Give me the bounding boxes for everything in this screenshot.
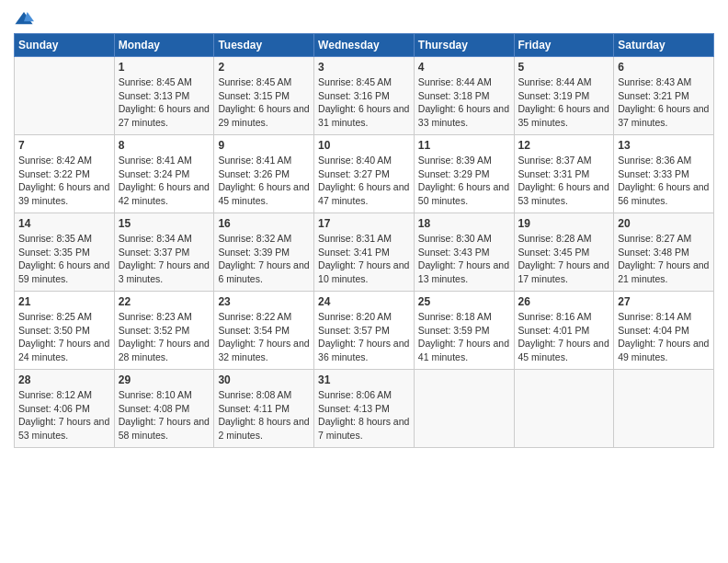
day-number: 12 (518, 139, 610, 152)
daylight: Daylight: 7 hours and 28 minutes. (119, 337, 210, 363)
day-number: 27 (618, 295, 710, 308)
calendar-header-row: SundayMondayTuesdayWednesdayThursdayFrid… (15, 34, 714, 57)
daylight: Daylight: 7 hours and 53 minutes. (18, 415, 110, 442)
day-number: 19 (518, 217, 610, 230)
week-row-5: 28Sunrise: 8:12 AMSunset: 4:06 PMDayligh… (15, 370, 714, 448)
day-cell: 28Sunrise: 8:12 AMSunset: 4:06 PMDayligh… (15, 370, 115, 448)
day-cell: 22Sunrise: 8:23 AMSunset: 3:52 PMDayligh… (114, 292, 214, 370)
sunrise: Sunrise: 8:40 AM (318, 154, 410, 167)
sunrise: Sunrise: 8:45 AM (218, 75, 310, 89)
day-cell: 13Sunrise: 8:36 AMSunset: 3:33 PMDayligh… (614, 135, 714, 213)
logo-icon (14, 9, 34, 29)
sunset: Sunset: 3:43 PM (418, 246, 510, 259)
daylight: Daylight: 7 hours and 36 minutes. (318, 337, 410, 363)
daylight: Daylight: 6 hours and 35 minutes. (518, 102, 610, 129)
sunset: Sunset: 3:21 PM (618, 89, 710, 103)
sunrise: Sunrise: 8:37 AM (518, 154, 610, 167)
day-number: 17 (318, 217, 410, 230)
day-number: 30 (218, 373, 310, 386)
day-cell: 24Sunrise: 8:20 AMSunset: 3:57 PMDayligh… (314, 292, 415, 370)
sunset: Sunset: 3:52 PM (119, 324, 210, 338)
sunset: Sunset: 3:37 PM (119, 246, 210, 259)
day-number: 16 (218, 217, 310, 230)
daylight: Daylight: 6 hours and 47 minutes. (318, 180, 410, 207)
day-cell: 7Sunrise: 8:42 AMSunset: 3:22 PMDaylight… (15, 135, 115, 213)
day-cell (614, 370, 714, 448)
daylight: Daylight: 8 hours and 2 minutes. (218, 415, 310, 442)
daylight: Daylight: 6 hours and 45 minutes. (218, 180, 310, 207)
daylight: Daylight: 7 hours and 41 minutes. (418, 337, 510, 363)
daylight: Daylight: 6 hours and 31 minutes. (318, 102, 410, 129)
sunrise: Sunrise: 8:41 AM (119, 154, 210, 167)
day-number: 13 (618, 139, 710, 152)
day-cell (414, 370, 514, 448)
sunset: Sunset: 3:22 PM (18, 167, 110, 181)
day-number: 6 (618, 61, 710, 74)
day-number: 21 (18, 295, 110, 308)
sunset: Sunset: 3:39 PM (218, 246, 310, 259)
sunrise: Sunrise: 8:45 AM (318, 75, 410, 89)
day-number: 24 (318, 295, 410, 308)
sunrise: Sunrise: 8:16 AM (518, 310, 610, 324)
sunrise: Sunrise: 8:12 AM (18, 388, 110, 402)
logo (14, 9, 37, 29)
day-number: 22 (119, 295, 210, 308)
day-cell: 30Sunrise: 8:08 AMSunset: 4:11 PMDayligh… (214, 370, 314, 448)
sunset: Sunset: 3:35 PM (18, 246, 110, 259)
daylight: Daylight: 7 hours and 3 minutes. (119, 259, 210, 285)
sunset: Sunset: 3:59 PM (418, 324, 510, 338)
week-row-1: 1Sunrise: 8:45 AMSunset: 3:13 PMDaylight… (15, 57, 714, 135)
day-cell: 15Sunrise: 8:34 AMSunset: 3:37 PMDayligh… (114, 213, 214, 292)
sunrise: Sunrise: 8:08 AM (218, 388, 310, 402)
day-cell: 8Sunrise: 8:41 AMSunset: 3:24 PMDaylight… (114, 135, 214, 213)
sunset: Sunset: 3:45 PM (518, 246, 610, 259)
sunrise: Sunrise: 8:35 AM (18, 232, 110, 246)
sunset: Sunset: 3:57 PM (318, 324, 410, 338)
sunrise: Sunrise: 8:44 AM (518, 75, 610, 89)
day-cell: 11Sunrise: 8:39 AMSunset: 3:29 PMDayligh… (414, 135, 514, 213)
sunrise: Sunrise: 8:23 AM (119, 310, 210, 324)
sunset: Sunset: 3:41 PM (318, 246, 410, 259)
day-cell (514, 370, 614, 448)
day-cell: 16Sunrise: 8:32 AMSunset: 3:39 PMDayligh… (214, 213, 314, 292)
sunset: Sunset: 4:11 PM (218, 402, 310, 416)
sunset: Sunset: 3:18 PM (418, 89, 510, 103)
sunset: Sunset: 3:50 PM (18, 324, 110, 338)
sunrise: Sunrise: 8:14 AM (618, 310, 710, 324)
week-row-3: 14Sunrise: 8:35 AMSunset: 3:35 PMDayligh… (15, 213, 714, 292)
sunset: Sunset: 4:13 PM (318, 402, 410, 416)
day-cell: 21Sunrise: 8:25 AMSunset: 3:50 PMDayligh… (15, 292, 115, 370)
daylight: Daylight: 6 hours and 39 minutes. (18, 180, 110, 207)
sunset: Sunset: 3:24 PM (119, 167, 210, 181)
daylight: Daylight: 7 hours and 58 minutes. (119, 415, 210, 442)
sunset: Sunset: 3:15 PM (218, 89, 310, 103)
sunset: Sunset: 3:33 PM (618, 167, 710, 181)
day-number: 4 (418, 61, 510, 74)
day-cell: 10Sunrise: 8:40 AMSunset: 3:27 PMDayligh… (314, 135, 415, 213)
sunrise: Sunrise: 8:06 AM (318, 388, 410, 402)
daylight: Daylight: 6 hours and 37 minutes. (618, 102, 710, 129)
day-number: 26 (518, 295, 610, 308)
day-number: 2 (218, 61, 310, 74)
sunrise: Sunrise: 8:45 AM (119, 75, 210, 89)
sunrise: Sunrise: 8:32 AM (218, 232, 310, 246)
calendar-table: SundayMondayTuesdayWednesdayThursdayFrid… (14, 33, 714, 448)
daylight: Daylight: 6 hours and 42 minutes. (119, 180, 210, 207)
day-cell: 14Sunrise: 8:35 AMSunset: 3:35 PMDayligh… (15, 213, 115, 292)
daylight: Daylight: 6 hours and 56 minutes. (618, 180, 710, 207)
day-cell: 5Sunrise: 8:44 AMSunset: 3:19 PMDaylight… (514, 57, 614, 135)
daylight: Daylight: 6 hours and 50 minutes. (418, 180, 510, 207)
daylight: Daylight: 6 hours and 27 minutes. (119, 102, 210, 129)
sunset: Sunset: 3:31 PM (518, 167, 610, 181)
header-day-monday: Monday (114, 34, 214, 57)
daylight: Daylight: 6 hours and 29 minutes. (218, 102, 310, 129)
sunrise: Sunrise: 8:18 AM (418, 310, 510, 324)
day-cell (15, 57, 115, 135)
day-number: 11 (418, 139, 510, 152)
daylight: Daylight: 8 hours and 7 minutes. (318, 415, 410, 442)
day-number: 23 (218, 295, 310, 308)
day-cell: 19Sunrise: 8:28 AMSunset: 3:45 PMDayligh… (514, 213, 614, 292)
day-cell: 17Sunrise: 8:31 AMSunset: 3:41 PMDayligh… (314, 213, 415, 292)
day-number: 8 (119, 139, 210, 152)
day-number: 14 (18, 217, 110, 230)
